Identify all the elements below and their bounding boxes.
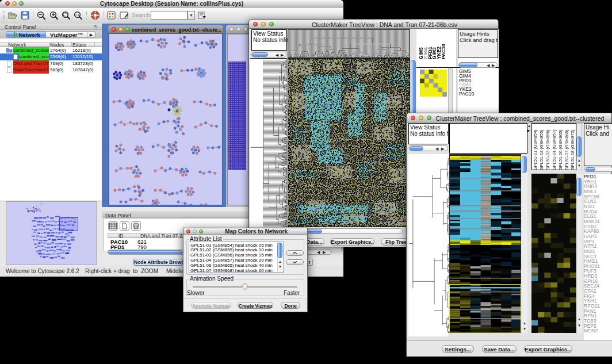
svg-text:1:1: 1:1	[75, 13, 79, 17]
